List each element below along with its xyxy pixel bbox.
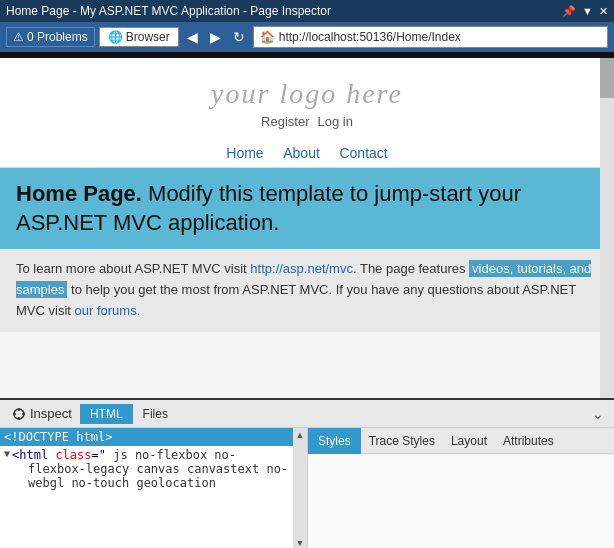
tab-trace-styles[interactable]: Trace Styles [361,428,443,454]
nav-about[interactable]: About [283,145,320,161]
toolbar: ⚠ 0 Problems 🌐 Browser ◀ ▶ ↻ 🏠 http://lo… [0,22,614,52]
tab-attributes[interactable]: Attributes [495,428,562,454]
mvc-link[interactable]: http://asp.net/mvc [250,261,353,276]
tab-files[interactable]: Files [133,404,178,424]
panel-tabs-row: Inspect HTML Files ⌄ [0,400,614,428]
close-icon[interactable]: ✕ [599,5,608,18]
bottom-panel: Inspect HTML Files ⌄ <!DOCTYPE html> ▼ <… [0,398,614,548]
expand-arrow[interactable]: ▼ [4,448,10,459]
inspect-button[interactable]: Inspect [4,402,80,425]
browser-content: your logo here Register Log in Home Abou… [0,58,614,398]
hero-section: Home Page. Modify this template to jump-… [0,168,614,249]
scrollbar-track[interactable] [600,58,614,398]
nav-contact[interactable]: Contact [339,145,387,161]
back-button[interactable]: ◀ [183,28,202,46]
right-panel-tabs: Styles Trace Styles Layout Attributes [308,428,614,454]
scroll-down[interactable]: ▼ [296,538,305,548]
browser-icon: 🌐 [108,30,123,44]
title-bar: Home Page - My ASP.NET MVC Application -… [0,0,614,22]
address-bar: 🏠 http://localhost:50136/Home/Index [253,26,608,48]
register-link[interactable]: Register [261,114,309,129]
content-area: To learn more about ASP.NET MVC visit ht… [0,249,614,331]
tab-layout[interactable]: Layout [443,428,495,454]
html-line-doctype[interactable]: <!DOCTYPE html> [0,428,307,446]
nav-home[interactable]: Home [226,145,263,161]
collapse-icon[interactable]: ⌄ [586,404,610,424]
refresh-button[interactable]: ↻ [229,28,249,46]
home-icon: 🏠 [260,30,275,44]
html-panel-scrollbar[interactable]: ▲ ▼ [293,428,307,548]
doctype-tag: <!DOCTYPE html> [4,430,112,444]
browser-button[interactable]: 🌐 Browser [99,27,179,47]
problems-label: 0 Problems [27,30,88,44]
right-panel: Styles Trace Styles Layout Attributes [308,428,614,548]
scroll-up[interactable]: ▲ [296,430,305,440]
inspect-icon [12,407,26,421]
inspect-label: Inspect [30,406,72,421]
html-panel: <!DOCTYPE html> ▼ <html class=" js no-fl… [0,428,308,548]
nav-bar: Home About Contact [0,139,614,168]
logo: your logo here [0,78,614,110]
auth-links: Register Log in [0,114,614,129]
hero-heading: Home Page. Modify this template to jump-… [16,180,598,237]
scrollbar-thumb[interactable] [600,58,614,98]
login-link[interactable]: Log in [318,114,353,129]
warning-icon: ⚠ [13,30,24,44]
html-line-html[interactable]: ▼ <html class=" js no-flexbox no- flexbo… [0,446,307,492]
page-header: your logo here Register Log in [0,58,614,139]
tab-styles[interactable]: Styles [308,428,361,454]
problems-badge: ⚠ 0 Problems [6,27,95,47]
app-title: Home Page - My ASP.NET MVC Application -… [6,4,331,18]
right-panel-content [308,454,614,462]
tab-html[interactable]: HTML [80,404,133,424]
forward-button[interactable]: ▶ [206,28,225,46]
minimize-icon[interactable]: ▼ [582,5,593,17]
url-text: http://localhost:50136/Home/Index [279,30,461,44]
sub-panel: <!DOCTYPE html> ▼ <html class=" js no-fl… [0,428,614,548]
pin-icon[interactable]: 📌 [562,5,576,18]
forums-link[interactable]: our forums [75,303,137,318]
